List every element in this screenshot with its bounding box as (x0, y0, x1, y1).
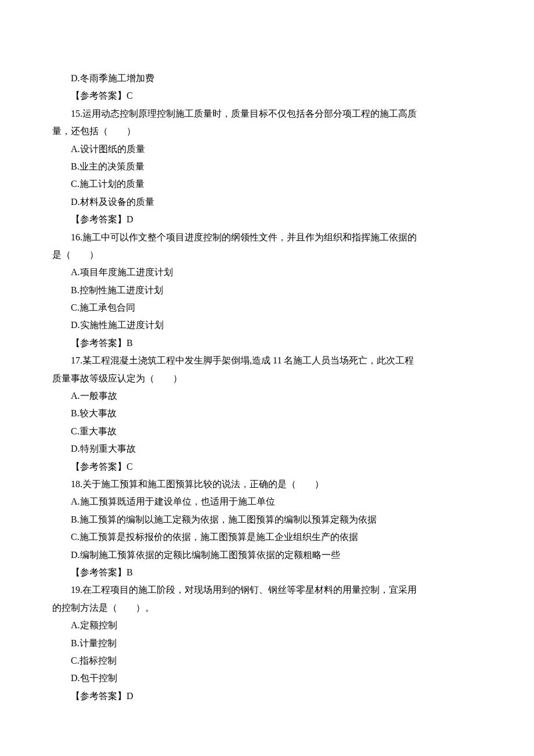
text-line: B.控制性施工进度计划 (52, 282, 482, 299)
text-line: C.重大事故 (52, 423, 482, 440)
text-line: A.一般事故 (52, 387, 482, 405)
text-line: 【参考答案】B (52, 564, 482, 581)
text-line: C.指标控制 (52, 652, 482, 669)
text-line: 【参考答案】D (52, 687, 482, 705)
text-line: C.施工计划的质量 (52, 175, 482, 193)
text-line: B.施工预算的编制以施工定额为依据，施工图预算的编制以预算定额为依据 (52, 511, 482, 528)
text-line: D.实施性施工进度计划 (52, 316, 482, 334)
text-line: 17.某工程混凝土浇筑工程中发生脚手架倒塌,造成 11 名施工人员当场死亡，此次… (52, 352, 482, 369)
text-line: D.包干控制 (52, 669, 482, 687)
text-line: A.项目年度施工进度计划 (52, 264, 482, 281)
text-line: A.定额控制 (52, 617, 482, 634)
text-line: 19.在工程项目的施工阶段，对现场用到的钢钉、钢丝等零星材料的用量控制，宜采用 (52, 581, 482, 599)
text-line: C.施工承包合同 (52, 299, 482, 316)
text-line: 量，还包括（ ） (52, 123, 482, 140)
text-line: A.设计图纸的质量 (52, 141, 482, 158)
text-line: 16.施工中可以作文整个项目进度控制的纲领性文件，并且作为组织和指挥施工依据的 (52, 229, 482, 246)
text-line: D.特别重大事故 (52, 440, 482, 458)
text-line: D.冬雨季施工增加费 (52, 70, 482, 87)
text-line: D.编制施工预算依据的定额比编制施工图预算依据的定额粗略一些 (52, 546, 482, 564)
text-line: B.计量控制 (52, 635, 482, 652)
text-line: A.施工预算既适用于建设单位，也适用于施工单位 (52, 493, 482, 510)
text-line: 质量事故等级应认定为（ ） (52, 370, 482, 387)
text-line: 【参考答案】B (52, 334, 482, 352)
text-line: C.施工预算是投标报价的依据，施工图预算是施工企业组织生产的依据 (52, 528, 482, 546)
text-line: 的控制方法是（ ）。 (52, 599, 482, 617)
text-line: 【参考答案】C (52, 87, 482, 105)
text-line: D.材料及设备的质量 (52, 193, 482, 211)
text-line: B.业主的决策质量 (52, 158, 482, 175)
text-line: 是（ ） (52, 246, 482, 264)
document-content: D.冬雨季施工增加费【参考答案】C15.运用动态控制原理控制施工质量时，质量目标… (52, 70, 482, 705)
text-line: 【参考答案】D (52, 211, 482, 228)
text-line: 【参考答案】C (52, 458, 482, 476)
text-line: 15.运用动态控制原理控制施工质量时，质量目标不仅包括各分部分项工程的施工高质 (52, 105, 482, 123)
text-line: 18.关于施工预算和施工图预算比较的说法，正确的是（ ） (52, 476, 482, 493)
text-line: B.较大事故 (52, 405, 482, 422)
